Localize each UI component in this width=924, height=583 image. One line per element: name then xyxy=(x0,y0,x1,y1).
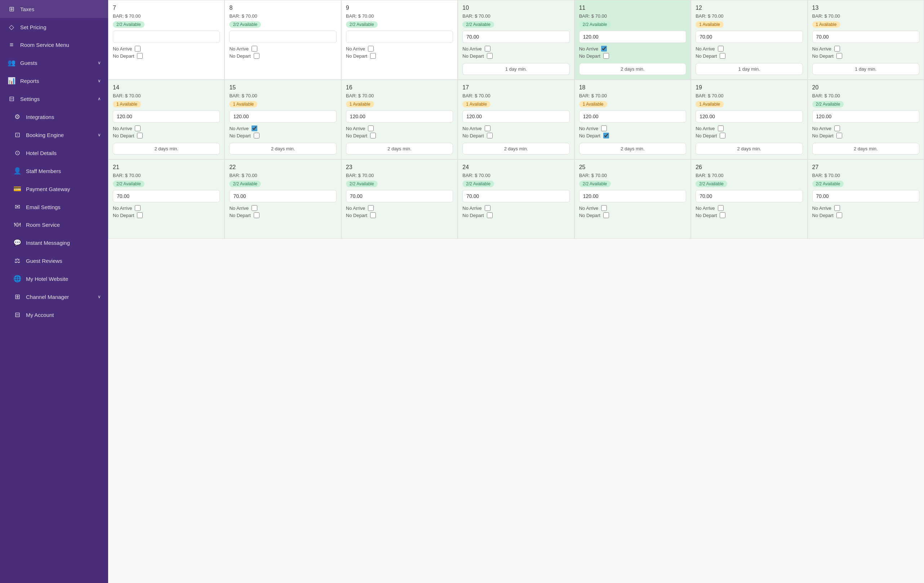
price-input[interactable] xyxy=(113,110,220,122)
sidebar-item-guest-reviews[interactable]: ⚖Guest Reviews xyxy=(0,252,108,270)
sidebar-item-reports[interactable]: 📊Reports∨ xyxy=(0,72,108,90)
no-depart-row: No Depart xyxy=(229,133,336,139)
sidebar-item-booking-engine[interactable]: ⊡Booking Engine∨ xyxy=(0,126,108,144)
sidebar-item-my-hotel-website[interactable]: 🌐My Hotel Website xyxy=(0,270,108,288)
price-input[interactable] xyxy=(113,31,220,43)
day-cell-22: 22BAR: $ 70.002/2 AvailableNo ArriveNo D… xyxy=(224,159,341,239)
min-days-button[interactable]: 2 days min. xyxy=(113,143,220,155)
price-input[interactable] xyxy=(579,31,686,43)
no-depart-checkbox[interactable] xyxy=(137,212,143,218)
no-depart-checkbox[interactable] xyxy=(137,53,143,59)
no-depart-checkbox[interactable] xyxy=(370,53,376,59)
price-input[interactable] xyxy=(346,190,453,202)
no-arrive-checkbox[interactable] xyxy=(601,126,607,131)
sidebar-item-my-account[interactable]: ⊟My Account xyxy=(0,306,108,324)
no-arrive-checkbox[interactable] xyxy=(485,205,490,211)
no-arrive-checkbox[interactable] xyxy=(485,126,490,131)
no-depart-checkbox[interactable] xyxy=(837,53,842,59)
no-depart-checkbox[interactable] xyxy=(603,53,609,59)
price-input[interactable] xyxy=(462,190,569,202)
price-input[interactable] xyxy=(696,31,803,43)
price-input[interactable] xyxy=(579,110,686,122)
no-depart-checkbox[interactable] xyxy=(254,133,259,139)
no-arrive-checkbox[interactable] xyxy=(252,126,257,131)
no-arrive-checkbox[interactable] xyxy=(834,126,840,131)
no-arrive-checkbox[interactable] xyxy=(601,46,607,51)
no-arrive-checkbox[interactable] xyxy=(834,46,840,51)
price-input[interactable] xyxy=(229,110,336,122)
sidebar-item-settings[interactable]: ⊟Settings∧ xyxy=(0,90,108,108)
no-depart-checkbox[interactable] xyxy=(603,133,609,139)
price-input[interactable] xyxy=(812,31,919,43)
min-days-button[interactable]: 2 days min. xyxy=(346,143,453,155)
price-input[interactable] xyxy=(113,190,220,202)
sidebar-item-taxes[interactable]: ⊞Taxes xyxy=(0,0,108,18)
no-arrive-checkbox[interactable] xyxy=(368,46,374,51)
price-input[interactable] xyxy=(812,110,919,122)
no-arrive-checkbox[interactable] xyxy=(252,205,257,211)
price-input[interactable] xyxy=(579,190,686,202)
no-depart-checkbox[interactable] xyxy=(370,212,376,218)
no-depart-checkbox[interactable] xyxy=(137,133,143,139)
no-depart-checkbox[interactable] xyxy=(719,53,726,59)
no-arrive-checkbox[interactable] xyxy=(135,46,140,51)
price-input[interactable] xyxy=(462,31,569,43)
no-depart-checkbox[interactable] xyxy=(487,53,493,59)
availability-badge: 2/2 Available xyxy=(346,21,378,28)
min-days-button[interactable]: 2 days min. xyxy=(579,143,686,155)
sidebar-item-guests[interactable]: 👥Guests∨ xyxy=(0,54,108,72)
sidebar-item-hotel-details[interactable]: ⊙Hotel Details xyxy=(0,144,108,162)
bar-price: BAR: $ 70.00 xyxy=(346,13,453,19)
price-input[interactable] xyxy=(346,110,453,122)
no-arrive-checkbox[interactable] xyxy=(368,126,374,131)
price-input[interactable] xyxy=(462,110,569,122)
no-arrive-checkbox[interactable] xyxy=(834,205,840,211)
no-arrive-checkbox[interactable] xyxy=(718,46,724,51)
no-depart-checkbox[interactable] xyxy=(487,212,493,218)
no-arrive-checkbox[interactable] xyxy=(368,205,374,211)
min-days-button[interactable]: 2 days min. xyxy=(462,143,569,155)
no-depart-checkbox[interactable] xyxy=(370,133,376,139)
price-input[interactable] xyxy=(696,190,803,202)
no-depart-checkbox[interactable] xyxy=(719,212,726,218)
no-arrive-checkbox[interactable] xyxy=(601,205,607,211)
min-days-button[interactable]: 2 days min. xyxy=(229,143,336,155)
no-arrive-checkbox[interactable] xyxy=(135,126,140,131)
sidebar-item-instant-messaging[interactable]: 💬Instant Messaging xyxy=(0,234,108,252)
sidebar-item-channel-manager[interactable]: ⊞Channel Manager∨ xyxy=(0,288,108,306)
price-input[interactable] xyxy=(229,31,336,43)
sidebar-item-room-service[interactable]: 🍽Room Service xyxy=(0,216,108,234)
no-depart-checkbox[interactable] xyxy=(719,133,726,139)
price-input[interactable] xyxy=(346,31,453,43)
price-input[interactable] xyxy=(229,190,336,202)
sidebar-item-room-service-menu[interactable]: ≡Room Service Menu xyxy=(0,36,108,54)
no-arrive-checkbox[interactable] xyxy=(135,205,140,211)
no-arrive-label: No Arrive xyxy=(462,46,482,51)
no-arrive-checkbox[interactable] xyxy=(718,205,724,211)
sidebar-item-integrations[interactable]: ⚙Integrations xyxy=(0,108,108,126)
no-arrive-checkbox[interactable] xyxy=(252,46,257,51)
no-depart-checkbox[interactable] xyxy=(837,133,842,139)
no-depart-checkbox[interactable] xyxy=(603,212,609,218)
sidebar-item-email-settings[interactable]: ✉Email Settings xyxy=(0,198,108,216)
no-depart-row: No Depart xyxy=(696,133,803,139)
sidebar-item-set-pricing[interactable]: ◇Set Pricing xyxy=(0,18,108,36)
no-arrive-checkbox[interactable] xyxy=(718,126,724,131)
min-days-button[interactable]: 1 day min. xyxy=(462,63,569,75)
min-days-button[interactable]: 2 days min. xyxy=(579,63,686,75)
price-input[interactable] xyxy=(696,110,803,122)
no-depart-checkbox[interactable] xyxy=(487,133,493,139)
sidebar-item-staff-members[interactable]: 👤Staff Members xyxy=(0,162,108,180)
min-days-button[interactable]: 2 days min. xyxy=(812,143,919,155)
min-days-button[interactable]: 2 days min. xyxy=(696,143,803,155)
availability-badge: 2/2 Available xyxy=(229,21,261,28)
min-days-button[interactable]: 1 day min. xyxy=(812,63,919,75)
no-depart-checkbox[interactable] xyxy=(837,212,842,218)
no-depart-checkbox[interactable] xyxy=(254,212,259,218)
min-days-button[interactable]: 1 day min. xyxy=(696,63,803,75)
no-arrive-label: No Arrive xyxy=(696,46,714,51)
price-input[interactable] xyxy=(812,190,919,202)
sidebar-item-payment-gateway[interactable]: 💳Payment Gateway xyxy=(0,180,108,198)
no-depart-checkbox[interactable] xyxy=(254,53,259,59)
no-arrive-checkbox[interactable] xyxy=(485,46,490,51)
